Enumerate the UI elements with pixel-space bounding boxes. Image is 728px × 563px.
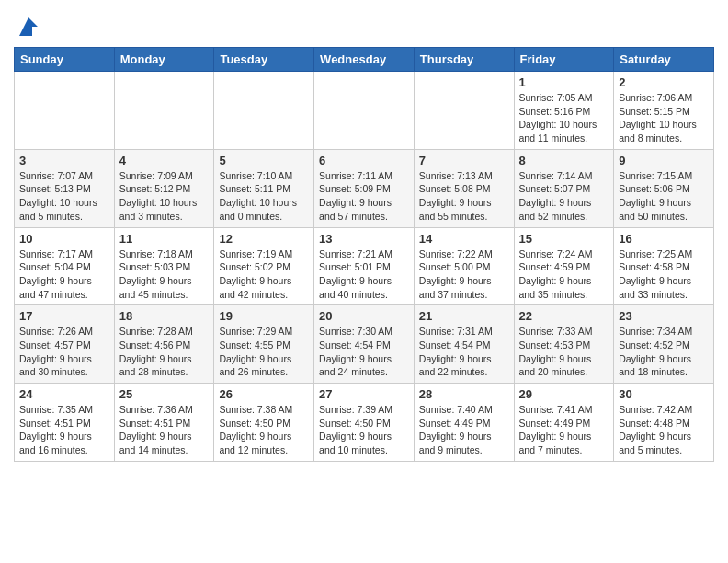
- calendar-cell: 4Sunrise: 7:09 AM Sunset: 5:12 PM Daylig…: [114, 149, 214, 227]
- calendar-cell: 26Sunrise: 7:38 AM Sunset: 4:50 PM Dayli…: [214, 384, 314, 462]
- weekday-header-thursday: Thursday: [414, 48, 514, 72]
- day-info: Sunrise: 7:14 AM Sunset: 5:07 PM Dayligh…: [519, 169, 609, 224]
- calendar-week-1: 1Sunrise: 7:05 AM Sunset: 5:16 PM Daylig…: [15, 72, 714, 150]
- calendar-cell: 11Sunrise: 7:18 AM Sunset: 5:03 PM Dayli…: [114, 227, 214, 305]
- calendar-cell: 10Sunrise: 7:17 AM Sunset: 5:04 PM Dayli…: [15, 227, 115, 305]
- day-info: Sunrise: 7:17 AM Sunset: 5:04 PM Dayligh…: [19, 247, 109, 302]
- calendar-cell: 2Sunrise: 7:06 AM Sunset: 5:15 PM Daylig…: [614, 72, 714, 150]
- day-number: 6: [319, 154, 409, 167]
- calendar-cell: 28Sunrise: 7:40 AM Sunset: 4:49 PM Dayli…: [414, 384, 514, 462]
- day-info: Sunrise: 7:07 AM Sunset: 5:13 PM Dayligh…: [19, 169, 109, 224]
- calendar-cell: 8Sunrise: 7:14 AM Sunset: 5:07 PM Daylig…: [514, 149, 614, 227]
- day-info: Sunrise: 7:36 AM Sunset: 4:51 PM Dayligh…: [119, 403, 210, 457]
- day-info: Sunrise: 7:10 AM Sunset: 5:11 PM Dayligh…: [219, 169, 309, 224]
- day-number: 1: [519, 75, 609, 89]
- day-info: Sunrise: 7:11 AM Sunset: 5:09 PM Dayligh…: [319, 169, 409, 224]
- calendar-cell: 18Sunrise: 7:28 AM Sunset: 4:56 PM Dayli…: [114, 305, 214, 384]
- calendar-header-row: SundayMondayTuesdayWednesdayThursdayFrid…: [15, 48, 714, 72]
- calendar-cell: [414, 72, 514, 150]
- day-number: 18: [119, 309, 210, 323]
- day-number: 13: [319, 232, 409, 246]
- day-info: Sunrise: 7:42 AM Sunset: 4:48 PM Dayligh…: [619, 403, 709, 457]
- day-info: Sunrise: 7:25 AM Sunset: 4:58 PM Dayligh…: [619, 247, 709, 302]
- calendar-cell: 12Sunrise: 7:19 AM Sunset: 5:02 PM Dayli…: [214, 227, 314, 305]
- day-number: 24: [19, 387, 109, 401]
- calendar-cell: 3Sunrise: 7:07 AM Sunset: 5:13 PM Daylig…: [15, 149, 115, 227]
- calendar-cell: 30Sunrise: 7:42 AM Sunset: 4:48 PM Dayli…: [614, 384, 714, 462]
- day-info: Sunrise: 7:24 AM Sunset: 4:59 PM Dayligh…: [519, 247, 609, 302]
- day-info: Sunrise: 7:06 AM Sunset: 5:15 PM Dayligh…: [619, 91, 709, 145]
- day-number: 8: [519, 154, 609, 167]
- weekday-header-wednesday: Wednesday: [314, 48, 415, 72]
- calendar-cell: [214, 72, 314, 150]
- day-info: Sunrise: 7:18 AM Sunset: 5:03 PM Dayligh…: [119, 247, 210, 302]
- page-header: [14, 9, 714, 40]
- calendar-cell: 29Sunrise: 7:41 AM Sunset: 4:49 PM Dayli…: [514, 384, 614, 462]
- calendar-cell: 24Sunrise: 7:35 AM Sunset: 4:51 PM Dayli…: [15, 384, 115, 462]
- day-number: 22: [519, 309, 609, 323]
- day-info: Sunrise: 7:39 AM Sunset: 4:50 PM Dayligh…: [319, 403, 409, 457]
- day-number: 14: [419, 232, 509, 246]
- logo: [14, 14, 41, 40]
- day-info: Sunrise: 7:26 AM Sunset: 4:57 PM Dayligh…: [19, 325, 109, 379]
- calendar-cell: 22Sunrise: 7:33 AM Sunset: 4:53 PM Dayli…: [514, 305, 614, 384]
- day-number: 5: [219, 154, 309, 167]
- day-info: Sunrise: 7:09 AM Sunset: 5:12 PM Dayligh…: [119, 169, 210, 224]
- day-info: Sunrise: 7:21 AM Sunset: 5:01 PM Dayligh…: [319, 247, 409, 302]
- day-number: 12: [219, 232, 309, 246]
- day-number: 16: [619, 232, 709, 246]
- calendar-cell: 23Sunrise: 7:34 AM Sunset: 4:52 PM Dayli…: [614, 305, 714, 384]
- weekday-header-saturday: Saturday: [614, 48, 714, 72]
- day-info: Sunrise: 7:33 AM Sunset: 4:53 PM Dayligh…: [519, 325, 609, 379]
- weekday-header-friday: Friday: [514, 48, 614, 72]
- day-info: Sunrise: 7:13 AM Sunset: 5:08 PM Dayligh…: [419, 169, 509, 224]
- day-number: 10: [19, 232, 109, 246]
- weekday-header-sunday: Sunday: [15, 48, 115, 72]
- day-info: Sunrise: 7:28 AM Sunset: 4:56 PM Dayligh…: [119, 325, 210, 379]
- day-info: Sunrise: 7:40 AM Sunset: 4:49 PM Dayligh…: [419, 403, 509, 457]
- day-info: Sunrise: 7:22 AM Sunset: 5:00 PM Dayligh…: [419, 247, 509, 302]
- calendar-cell: 7Sunrise: 7:13 AM Sunset: 5:08 PM Daylig…: [414, 149, 514, 227]
- calendar-cell: 14Sunrise: 7:22 AM Sunset: 5:00 PM Dayli…: [414, 227, 514, 305]
- calendar-week-4: 17Sunrise: 7:26 AM Sunset: 4:57 PM Dayli…: [15, 305, 714, 384]
- day-number: 21: [419, 309, 509, 323]
- day-number: 30: [619, 387, 709, 401]
- day-number: 11: [119, 232, 210, 246]
- day-number: 17: [19, 309, 109, 323]
- calendar-cell: 1Sunrise: 7:05 AM Sunset: 5:16 PM Daylig…: [514, 72, 614, 150]
- calendar-cell: 19Sunrise: 7:29 AM Sunset: 4:55 PM Dayli…: [214, 305, 314, 384]
- day-number: 19: [219, 309, 309, 323]
- calendar-cell: 20Sunrise: 7:30 AM Sunset: 4:54 PM Dayli…: [314, 305, 415, 384]
- calendar-cell: [314, 72, 415, 150]
- day-info: Sunrise: 7:41 AM Sunset: 4:49 PM Dayligh…: [519, 403, 609, 457]
- day-number: 28: [419, 387, 509, 401]
- calendar-cell: 13Sunrise: 7:21 AM Sunset: 5:01 PM Dayli…: [314, 227, 415, 305]
- calendar-cell: 6Sunrise: 7:11 AM Sunset: 5:09 PM Daylig…: [314, 149, 415, 227]
- calendar-cell: 16Sunrise: 7:25 AM Sunset: 4:58 PM Dayli…: [614, 227, 714, 305]
- day-number: 3: [19, 154, 109, 167]
- calendar-week-3: 10Sunrise: 7:17 AM Sunset: 5:04 PM Dayli…: [15, 227, 714, 305]
- calendar-cell: [15, 72, 115, 150]
- day-number: 15: [519, 232, 609, 246]
- day-info: Sunrise: 7:34 AM Sunset: 4:52 PM Dayligh…: [619, 325, 709, 379]
- calendar-cell: 15Sunrise: 7:24 AM Sunset: 4:59 PM Dayli…: [514, 227, 614, 305]
- day-number: 26: [219, 387, 309, 401]
- day-info: Sunrise: 7:31 AM Sunset: 4:54 PM Dayligh…: [419, 325, 509, 379]
- day-number: 25: [119, 387, 210, 401]
- calendar-cell: 27Sunrise: 7:39 AM Sunset: 4:50 PM Dayli…: [314, 384, 415, 462]
- day-number: 4: [119, 154, 210, 167]
- calendar-week-2: 3Sunrise: 7:07 AM Sunset: 5:13 PM Daylig…: [15, 149, 714, 227]
- calendar-table: SundayMondayTuesdayWednesdayThursdayFrid…: [14, 47, 714, 462]
- day-info: Sunrise: 7:19 AM Sunset: 5:02 PM Dayligh…: [219, 247, 309, 302]
- calendar-cell: 17Sunrise: 7:26 AM Sunset: 4:57 PM Dayli…: [15, 305, 115, 384]
- calendar-cell: [114, 72, 214, 150]
- day-number: 29: [519, 387, 609, 401]
- day-info: Sunrise: 7:29 AM Sunset: 4:55 PM Dayligh…: [219, 325, 309, 379]
- day-number: 9: [619, 154, 709, 167]
- calendar-week-5: 24Sunrise: 7:35 AM Sunset: 4:51 PM Dayli…: [15, 384, 714, 462]
- calendar-cell: 25Sunrise: 7:36 AM Sunset: 4:51 PM Dayli…: [114, 384, 214, 462]
- day-info: Sunrise: 7:15 AM Sunset: 5:06 PM Dayligh…: [619, 169, 709, 224]
- svg-marker-0: [19, 17, 38, 36]
- day-number: 27: [319, 387, 409, 401]
- calendar-cell: 9Sunrise: 7:15 AM Sunset: 5:06 PM Daylig…: [614, 149, 714, 227]
